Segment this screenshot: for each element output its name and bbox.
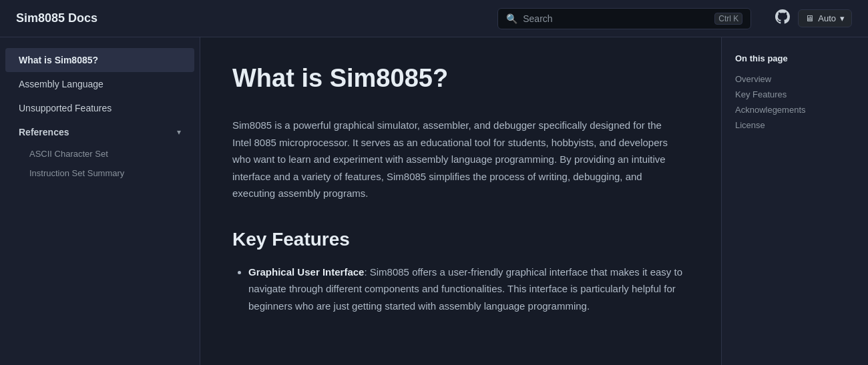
- sidebar-item-instruction-set-summary[interactable]: Instruction Set Summary: [16, 163, 194, 183]
- toc: On this page Overview Key Features Ackno…: [721, 37, 868, 365]
- theme-label: Auto: [818, 13, 836, 23]
- toc-item-key-features[interactable]: Key Features: [735, 87, 855, 102]
- search-placeholder: Search: [523, 13, 709, 24]
- search-shortcut: Ctrl K: [714, 13, 742, 25]
- search-icon: 🔍: [506, 13, 517, 24]
- sidebar-item-label: Instruction Set Summary: [29, 168, 124, 178]
- sidebar-item-label: Assembly Language: [19, 79, 103, 89]
- sidebar-item-unsupported-features[interactable]: Unsupported Features: [5, 96, 194, 120]
- header: Sim8085 Docs 🔍 Search Ctrl K 🖥 Auto ▾: [0, 0, 868, 37]
- search-bar[interactable]: 🔍 Search Ctrl K: [497, 8, 751, 29]
- list-item: Graphical User Interface: Sim8085 offers…: [248, 264, 689, 315]
- sidebar-item-label: Unsupported Features: [19, 103, 112, 113]
- main-content: What is Sim8085? Sim8085 is a powerful g…: [200, 37, 721, 365]
- toc-item-overview[interactable]: Overview: [735, 71, 855, 87]
- sidebar-item-ascii-character-set[interactable]: ASCII Character Set: [16, 144, 194, 163]
- page-title: What is Sim8085?: [232, 64, 689, 93]
- theme-button[interactable]: 🖥 Auto ▾: [798, 9, 852, 27]
- toc-item-acknowlegements[interactable]: Acknowlegements: [735, 102, 855, 117]
- logo[interactable]: Sim8085 Docs: [16, 11, 97, 25]
- feature-list: Graphical User Interface: Sim8085 offers…: [232, 264, 689, 315]
- toc-heading: On this page: [735, 53, 855, 63]
- layout: What is Sim8085? Assembly Language Unsup…: [0, 37, 868, 365]
- description: Sim8085 is a powerful graphical simulato…: [232, 117, 673, 202]
- sidebar-item-label: References: [19, 127, 69, 137]
- sidebar: What is Sim8085? Assembly Language Unsup…: [0, 37, 200, 365]
- sidebar-sub-references: ASCII Character Set Instruction Set Summ…: [0, 144, 200, 183]
- chevron-down-icon: ▾: [840, 13, 845, 23]
- sidebar-item-label: What is Sim8085?: [19, 55, 98, 65]
- key-features-title: Key Features: [232, 229, 689, 250]
- monitor-icon: 🖥: [805, 13, 814, 23]
- feature-bold: Graphical User Interface: [248, 266, 364, 278]
- sidebar-item-assembly-language[interactable]: Assembly Language: [5, 72, 194, 96]
- chevron-down-icon: ▾: [177, 127, 181, 137]
- github-icon[interactable]: [775, 9, 790, 27]
- header-actions: 🖥 Auto ▾: [775, 9, 852, 27]
- sidebar-item-references[interactable]: References ▾: [5, 120, 194, 144]
- toc-item-license[interactable]: License: [735, 117, 855, 133]
- sidebar-item-label: ASCII Character Set: [29, 149, 108, 159]
- sidebar-item-what-is-sim8085[interactable]: What is Sim8085?: [5, 48, 194, 72]
